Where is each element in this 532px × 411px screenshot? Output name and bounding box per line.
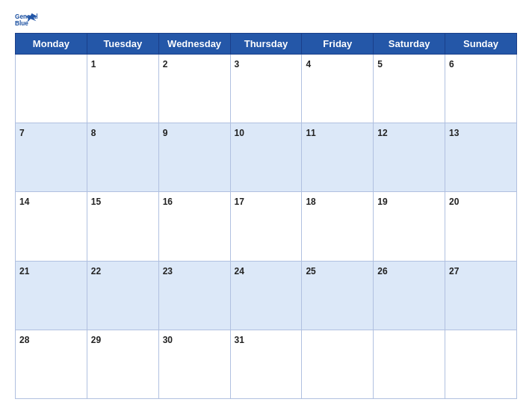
day-number-19: 19 [377, 197, 387, 207]
day-cell-30: 30 [158, 330, 230, 398]
day-cell-12: 12 [374, 123, 445, 192]
empty-cell-0-0 [16, 55, 87, 123]
day-number-27: 27 [449, 266, 459, 276]
day-cell-13: 13 [445, 123, 517, 192]
day-cell-3: 3 [230, 55, 302, 123]
day-number-30: 30 [163, 335, 173, 345]
logo: General Blue [15, 12, 37, 27]
day-number-7: 7 [19, 128, 25, 138]
day-number-28: 28 [19, 335, 29, 345]
week-row-4: 21222324252627 [16, 261, 517, 330]
day-number-15: 15 [91, 197, 101, 207]
day-cell-10: 10 [230, 123, 302, 192]
day-cell-20: 20 [445, 192, 517, 261]
weekday-header-tuesday: Tuesday [87, 34, 158, 55]
day-cell-31: 31 [230, 330, 302, 398]
week-row-2: 78910111213 [16, 123, 517, 192]
calendar-table: MondayTuesdayWednesdayThursdayFridaySatu… [15, 33, 517, 399]
day-number-5: 5 [377, 59, 383, 69]
weekday-header-friday: Friday [302, 34, 374, 55]
day-number-23: 23 [163, 266, 173, 276]
day-number-25: 25 [306, 266, 315, 276]
empty-cell-4-6 [445, 330, 517, 398]
day-number-26: 26 [377, 266, 387, 276]
weekday-header-wednesday: Wednesday [158, 34, 230, 55]
day-cell-5: 5 [374, 55, 445, 123]
day-number-13: 13 [449, 128, 459, 138]
day-cell-23: 23 [158, 261, 230, 330]
day-number-3: 3 [235, 59, 240, 69]
day-number-29: 29 [91, 335, 101, 345]
day-cell-19: 19 [374, 192, 445, 261]
day-cell-18: 18 [302, 192, 374, 261]
day-cell-16: 16 [158, 192, 230, 261]
day-cell-21: 21 [16, 261, 87, 330]
day-cell-1: 1 [87, 55, 158, 123]
day-cell-6: 6 [445, 55, 517, 123]
day-number-11: 11 [306, 128, 315, 138]
weekday-header-saturday: Saturday [374, 34, 445, 55]
day-cell-25: 25 [302, 261, 374, 330]
svg-text:Blue: Blue [15, 20, 28, 27]
day-number-12: 12 [377, 128, 387, 138]
day-number-8: 8 [91, 128, 96, 138]
day-number-17: 17 [235, 197, 244, 207]
day-number-2: 2 [163, 59, 168, 69]
day-number-9: 9 [163, 128, 168, 138]
day-cell-15: 15 [87, 192, 158, 261]
calendar-header: General Blue [15, 12, 517, 27]
day-cell-28: 28 [16, 330, 87, 398]
week-row-5: 28293031 [16, 330, 517, 398]
weekday-header-thursday: Thursday [230, 34, 302, 55]
day-number-18: 18 [306, 197, 315, 207]
day-number-20: 20 [449, 197, 459, 207]
week-row-3: 14151617181920 [16, 192, 517, 261]
day-cell-26: 26 [374, 261, 445, 330]
weekday-header-row: MondayTuesdayWednesdayThursdayFridaySatu… [16, 34, 517, 55]
day-number-14: 14 [19, 197, 29, 207]
day-number-6: 6 [449, 59, 454, 69]
day-number-1: 1 [91, 59, 96, 69]
day-cell-8: 8 [87, 123, 158, 192]
day-cell-9: 9 [158, 123, 230, 192]
day-number-16: 16 [163, 197, 173, 207]
day-cell-2: 2 [158, 55, 230, 123]
day-number-22: 22 [91, 266, 101, 276]
day-cell-7: 7 [16, 123, 87, 192]
day-cell-14: 14 [16, 192, 87, 261]
day-cell-29: 29 [87, 330, 158, 398]
day-cell-17: 17 [230, 192, 302, 261]
day-cell-11: 11 [302, 123, 374, 192]
week-row-1: 123456 [16, 55, 517, 123]
day-cell-4: 4 [302, 55, 374, 123]
weekday-header-sunday: Sunday [445, 34, 517, 55]
day-cell-27: 27 [445, 261, 517, 330]
empty-cell-4-5 [374, 330, 445, 398]
day-number-4: 4 [306, 59, 311, 69]
day-number-31: 31 [235, 335, 244, 345]
day-number-21: 21 [19, 266, 29, 276]
weekday-header-monday: Monday [16, 34, 87, 55]
day-number-10: 10 [235, 128, 244, 138]
day-number-24: 24 [235, 266, 244, 276]
day-cell-24: 24 [230, 261, 302, 330]
logo-icon: General Blue [15, 12, 37, 27]
empty-cell-4-4 [302, 330, 374, 398]
day-cell-22: 22 [87, 261, 158, 330]
